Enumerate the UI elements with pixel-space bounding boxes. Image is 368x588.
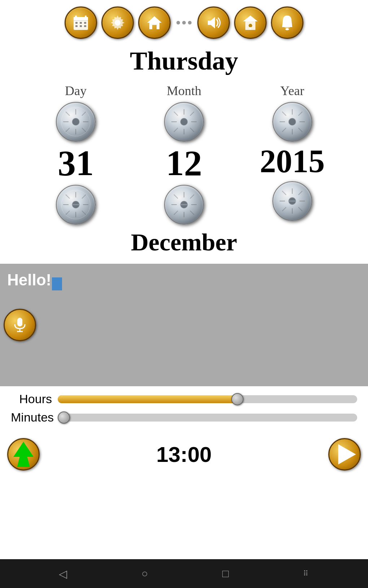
birdhouse-icon: [242, 14, 259, 31]
play-icon: [329, 439, 360, 469]
svg-line-64: [298, 128, 302, 132]
bell-icon: [279, 14, 296, 31]
svg-rect-4: [85, 15, 87, 19]
recent-apps-button[interactable]: □: [222, 567, 229, 580]
hours-slider-thumb[interactable]: [231, 393, 244, 405]
home-icon: [146, 14, 163, 31]
toolbar: [0, 0, 368, 43]
month-knob-up[interactable]: [164, 102, 204, 142]
dot1: [176, 21, 180, 24]
svg-line-73: [298, 207, 302, 211]
microphone-button[interactable]: [4, 309, 36, 341]
svg-rect-3: [75, 15, 77, 19]
svg-point-26: [72, 118, 79, 125]
month-name: December: [131, 228, 237, 257]
month-knob-up-icon: [168, 106, 200, 138]
svg-line-33: [82, 195, 86, 199]
svg-marker-80: [338, 444, 356, 464]
svg-marker-79: [13, 442, 34, 467]
svg-line-24: [66, 128, 70, 132]
play-button[interactable]: [328, 438, 361, 471]
dot2: [182, 21, 186, 24]
calendar-icon: [72, 14, 89, 31]
svg-rect-14: [250, 27, 251, 30]
main-content: Thursday Day 31: [0, 43, 368, 559]
svg-point-65: [289, 118, 296, 125]
svg-rect-7: [84, 22, 86, 24]
birdhouse-button[interactable]: [234, 6, 267, 39]
settings-button[interactable]: [101, 6, 134, 39]
home-button[interactable]: [138, 6, 171, 39]
minutes-label: Minutes: [11, 410, 58, 424]
year-label: Year: [280, 83, 304, 98]
svg-line-63: [282, 128, 286, 132]
svg-line-62: [298, 112, 302, 116]
svg-line-61: [282, 112, 286, 116]
svg-line-71: [298, 191, 302, 195]
svg-line-51: [174, 195, 178, 199]
svg-line-44: [174, 128, 178, 132]
year-knob-down[interactable]: [272, 181, 312, 221]
text-cursor: [52, 277, 62, 290]
svg-line-25: [82, 128, 86, 132]
volume-button[interactable]: [197, 6, 230, 39]
svg-rect-9: [80, 25, 82, 27]
day-knob-up-icon: [60, 106, 92, 138]
svg-rect-6: [80, 22, 82, 24]
android-nav-bar: ◁ ○ □ ⠿: [0, 559, 368, 588]
svg-rect-8: [75, 25, 78, 27]
dots-spacer: [175, 21, 193, 24]
year-knob-down-icon: [276, 185, 308, 217]
tree-button[interactable]: [7, 438, 40, 471]
microphone-icon: [11, 316, 29, 334]
dot3: [188, 21, 192, 24]
svg-point-16: [285, 28, 289, 30]
svg-point-13: [249, 24, 252, 27]
home-nav-button[interactable]: ○: [141, 567, 148, 580]
month-value: 12: [166, 145, 202, 181]
minutes-slider-track[interactable]: [58, 414, 357, 422]
month-col: Month 12: [130, 83, 238, 224]
day-name: Thursday: [130, 46, 238, 76]
day-col: Day 31: [22, 83, 130, 224]
text-area-box[interactable]: Hello!: [0, 264, 368, 386]
svg-rect-5: [75, 22, 78, 24]
svg-line-54: [190, 211, 194, 215]
day-knob-up[interactable]: [56, 102, 96, 142]
hours-slider-track[interactable]: [58, 395, 357, 403]
minutes-slider-thumb[interactable]: [58, 411, 70, 424]
more-options-button[interactable]: ⠿: [303, 569, 309, 578]
svg-line-52: [190, 195, 194, 199]
svg-line-45: [190, 128, 194, 132]
text-content: Hello!: [7, 271, 51, 289]
gear-icon: [109, 14, 126, 31]
month-knob-down[interactable]: [164, 185, 204, 224]
svg-line-23: [82, 112, 86, 116]
day-knob-down[interactable]: [56, 185, 96, 224]
calendar-button[interactable]: [65, 6, 97, 39]
svg-line-42: [174, 112, 178, 116]
svg-line-53: [174, 211, 178, 215]
svg-line-35: [82, 211, 86, 215]
svg-rect-76: [17, 318, 22, 326]
day-knob-down-icon: [60, 188, 92, 221]
month-knob-down-icon: [168, 188, 200, 221]
minutes-slider-row: Minutes: [11, 410, 357, 424]
svg-point-15: [284, 26, 290, 28]
sliders-section: Hours Minutes: [0, 386, 368, 432]
back-button[interactable]: ◁: [59, 567, 67, 580]
tree-icon: [8, 439, 39, 469]
svg-point-46: [180, 118, 188, 125]
svg-line-43: [190, 112, 194, 116]
svg-line-34: [66, 211, 70, 215]
day-label: Day: [65, 83, 87, 98]
volume-icon: [205, 14, 222, 31]
day-value: 31: [58, 145, 94, 181]
hours-fill: [58, 395, 237, 403]
year-value: 2015: [260, 145, 325, 178]
year-knob-up[interactable]: [272, 102, 312, 142]
year-knob-up-icon: [276, 106, 308, 138]
hours-slider-row: Hours: [11, 392, 357, 406]
bell-button[interactable]: [271, 6, 303, 39]
svg-line-32: [66, 195, 70, 199]
